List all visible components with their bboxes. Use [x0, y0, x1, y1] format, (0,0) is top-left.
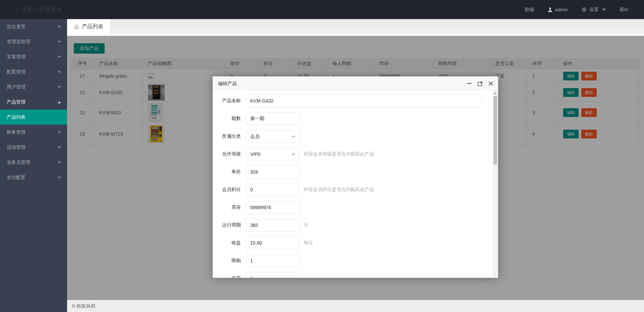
sidebar-item-article-mgmt[interactable]: 文章管理 [0, 49, 67, 64]
sidebar-item-payment-config[interactable]: 支付配置 [0, 170, 67, 185]
minimize-icon[interactable] [467, 81, 472, 86]
nav-user-menu[interactable]: admin [547, 7, 568, 12]
field-hint: 对应会员等级是否允许购买此产品 [304, 151, 374, 157]
close-icon[interactable]: × [488, 81, 493, 86]
app-title: 企业客户管理系统 [0, 6, 63, 13]
chevron-down-icon [58, 26, 61, 28]
field-label: 单价 [213, 169, 246, 175]
top-navbar: 企业客户管理系统 前端 admin 设置 退出 [0, 0, 644, 19]
unit-price-input[interactable] [246, 166, 300, 178]
product-name-input[interactable] [246, 95, 482, 107]
field-label: 允许等级 [213, 151, 246, 157]
gear-icon [581, 7, 587, 12]
field-label: 限购 [213, 258, 246, 264]
stock-input[interactable] [246, 201, 300, 214]
navbar-right: 前端 admin 设置 退出 [511, 7, 644, 13]
sidebar-item-admin-mgmt[interactable]: 管理员管理 [0, 34, 67, 49]
field-label: 收益 [213, 240, 246, 246]
chevron-down-icon [291, 153, 296, 156]
nav-frontend-link[interactable]: 前端 [525, 7, 534, 13]
chevron-down-icon [602, 9, 606, 11]
chevron-down-icon [58, 56, 61, 58]
sidebar-item-product-list[interactable]: 产品列表 [0, 110, 67, 125]
nav-logout-link[interactable]: 退出 [619, 7, 629, 13]
sort-input[interactable] [246, 272, 300, 277]
field-hint: 每日 [304, 240, 313, 246]
sidebar-item-user-mgmt[interactable]: 用户管理 [0, 79, 67, 95]
tab-bar: 产品列表 [67, 19, 644, 34]
sidebar-item-product-mgmt[interactable]: 产品管理 [0, 95, 67, 110]
chevron-down-icon [58, 71, 61, 73]
content-area: 添加产品 序号 产品名称 产品缩略图 单价 积分 [67, 34, 644, 300]
field-label: 运行周期 [213, 222, 246, 228]
field-hint: 对应会员积分是否允许购买此产品 [304, 187, 374, 193]
chevron-down-icon [58, 177, 61, 179]
income-input[interactable] [246, 237, 300, 249]
edit-product-dialog: 编辑产品 × 产品名称 期数 [213, 76, 498, 278]
sidebar-item-salesman-mgmt[interactable]: 业务员管理 [0, 155, 67, 170]
nav-settings-menu[interactable]: 设置 [581, 7, 606, 13]
sidebar-item-home[interactable]: 后台首页 [0, 19, 67, 34]
allowed-level-select[interactable]: VIP0 [246, 148, 300, 161]
member-points-input[interactable] [246, 183, 300, 196]
run-cycle-input[interactable] [246, 219, 300, 232]
chevron-down-icon [58, 162, 61, 164]
maximize-icon[interactable] [477, 81, 483, 86]
copyright-text: © 科技兴邦 [72, 303, 95, 309]
sidebar-item-config-mgmt[interactable]: 配置管理 [0, 64, 67, 79]
home-icon [74, 24, 79, 29]
user-silhouette-icon [547, 7, 553, 12]
field-label: 会员积分 [213, 187, 246, 193]
dialog-form: 产品名称 期数 所属分类 会员 允 [213, 90, 498, 277]
field-label: 产品名称 [213, 98, 246, 104]
tab-product-list[interactable]: 产品列表 [67, 19, 110, 34]
dialog-title: 编辑产品 [213, 76, 498, 90]
page-footer: © 科技兴邦 [67, 300, 644, 312]
dialog-scrollbar[interactable] [493, 90, 498, 277]
chevron-down-icon [58, 86, 61, 88]
chevron-down-icon [58, 131, 61, 133]
sidebar-item-activity-mgmt[interactable]: 活动管理 [0, 140, 67, 155]
scroll-up-arrow-icon[interactable] [494, 92, 496, 94]
chevron-down-icon [58, 146, 61, 148]
field-label: 期数 [213, 116, 246, 122]
category-select[interactable]: 会员 [246, 130, 300, 143]
chevron-up-icon [58, 101, 61, 103]
sidebar-item-finance-mgmt[interactable]: 财务管理 [0, 125, 67, 140]
chevron-down-icon [291, 136, 296, 138]
period-input[interactable] [246, 112, 300, 125]
field-label: 所属分类 [213, 133, 246, 139]
field-label: 库存 [213, 204, 246, 210]
sidebar: 后台首页 管理员管理 文章管理 配置管理 用户管理 产品管理 产品列表 财务管理… [0, 19, 67, 312]
field-hint: 天 [304, 222, 308, 228]
scrollbar-thumb[interactable] [493, 96, 497, 165]
purchase-limit-input[interactable] [246, 254, 300, 267]
chevron-down-icon [58, 41, 61, 43]
field-label: 排序 [213, 275, 246, 277]
